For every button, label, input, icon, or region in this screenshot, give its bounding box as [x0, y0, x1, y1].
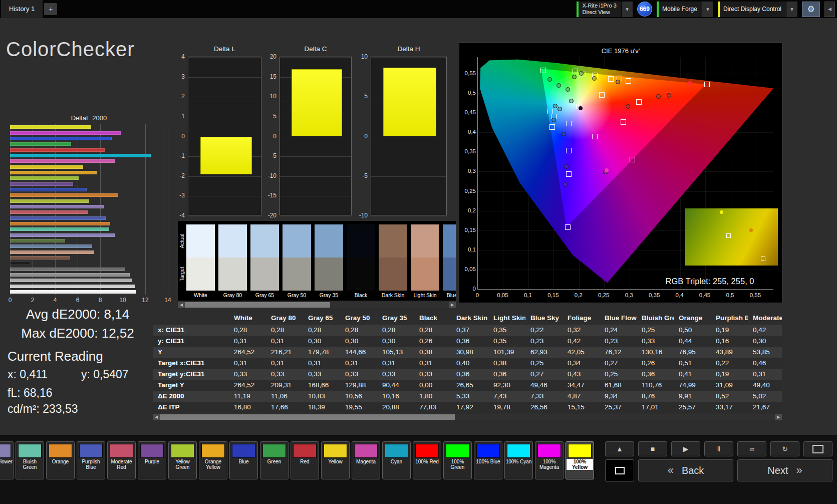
target-swatch [186, 258, 215, 291]
table-cell: 0,30 [340, 336, 377, 347]
cie-reading-dot [605, 168, 609, 172]
table-cell: 0,27 [525, 369, 563, 380]
table-cell: 9,34 [600, 391, 637, 402]
source-selector[interactable]: Mobile Forge ▾ [657, 2, 713, 17]
patch-button-purplish-blue[interactable]: Purplish Blue [77, 441, 105, 479]
cie-y-tick-label: 0,3 [460, 168, 476, 174]
patch-button-moderate-red[interactable]: Moderate Red [107, 441, 136, 479]
patch-button-purple[interactable]: Purple [138, 441, 166, 479]
deltae-bar-fill [10, 188, 87, 191]
cie-y-tick-label: 0 [460, 286, 476, 292]
loop-button[interactable]: ↻ [770, 441, 799, 456]
deltae-bar-fill [10, 256, 70, 260]
display-dropdown-chevron-icon[interactable]: ▾ [786, 2, 797, 17]
patch-color-swatch [568, 444, 592, 458]
deltae-bar [10, 233, 115, 237]
table-cell: 0,24 [600, 325, 637, 336]
cie-target-marker [540, 68, 546, 73]
play-button[interactable]: ▶ [671, 441, 700, 456]
continuous-read-button[interactable]: ∞ [737, 441, 766, 456]
patch-button-yellow-green[interactable]: Yellow Green [168, 441, 197, 479]
table-scroll-thumb[interactable] [160, 414, 455, 420]
deltae-bar [10, 205, 104, 208]
cie-target-marker [608, 76, 614, 82]
patch-button-magenta[interactable]: Magenta [352, 441, 380, 479]
display-selector[interactable]: Direct Display Control ▾ [718, 2, 797, 17]
deltae-bar [10, 176, 79, 180]
patch-color-swatch [0, 444, 11, 458]
settings-button[interactable]: ⚙ [802, 2, 820, 17]
deltae-bar [10, 148, 105, 152]
patch-button-red[interactable]: Red [291, 441, 319, 479]
patch-color-swatch [507, 444, 530, 458]
rgb-triplet-readout: RGB Triplet: 255, 255, 0 [640, 277, 780, 286]
current-cdm2: cd/m²: 233,53 [8, 402, 78, 416]
patch-button-100-cyan[interactable]: 100% Cyan [504, 441, 533, 479]
deltae-x-tick-label: 6 [76, 297, 80, 304]
swatch-scroll-thumb[interactable] [185, 302, 330, 308]
table-cell: 0,33 [414, 369, 451, 380]
patch-button-cyan[interactable]: Cyan [382, 441, 411, 479]
delta_h-tick-label: 0 [351, 133, 368, 140]
patch-button-green[interactable]: Green [260, 441, 289, 479]
current-fl: fL: 68,16 [8, 386, 53, 400]
table-cell: 10,56 [340, 391, 377, 402]
patch-button-label: Yellow [322, 459, 349, 464]
pattern-window-button[interactable] [803, 441, 832, 456]
deltae-bar-fill [10, 233, 115, 237]
patch-button-100-green[interactable]: 100% Green [443, 441, 472, 479]
cie-target-marker [621, 119, 626, 125]
inset-reading-dot [720, 210, 723, 214]
source-dropdown-chevron-icon[interactable]: ▾ [702, 2, 713, 17]
next-button[interactable]: Next » [737, 459, 832, 481]
delta_l-tick-label: -3 [168, 192, 185, 199]
patch-button-100-magenta[interactable]: 100% Magenta [535, 441, 564, 479]
swatch-scroll-track[interactable] [185, 302, 449, 308]
table-cell: 0,22 [525, 325, 563, 336]
delta_c-tick-label: -20 [259, 212, 276, 219]
table-cell: 130,16 [637, 347, 674, 358]
deltae-bar-fill [10, 171, 97, 174]
black-pattern-button[interactable] [605, 459, 634, 481]
patch-button-bluish-green[interactable]: Bluish Green [16, 441, 44, 479]
table-scroll-track[interactable] [160, 414, 775, 420]
scroll-left-icon[interactable]: ◀ [178, 302, 185, 308]
deltae-bar [10, 279, 132, 282]
patch-button-orange-yellow[interactable]: Orange Yellow [199, 441, 227, 479]
meter-selector[interactable]: X-Rite i1Pro 3 Direct View ▾ [577, 2, 632, 17]
patch-button-yellow[interactable]: Yellow [321, 441, 350, 479]
history-tab[interactable]: History 1 [1, 0, 43, 18]
deltae-bar-fill [10, 125, 91, 129]
back-chevrons-icon: « [668, 464, 674, 477]
add-tab-button[interactable]: + [44, 3, 57, 15]
scroll-right-icon[interactable]: ▶ [775, 414, 782, 420]
deltae-bar-fill [10, 199, 89, 203]
delta_c-gridline [280, 57, 351, 58]
scroll-right-icon[interactable]: ▶ [449, 302, 456, 308]
patch-button-100-blue[interactable]: 100% Blue [474, 441, 502, 479]
table-cell: 0,32 [563, 325, 600, 336]
stop-button[interactable]: ■ [638, 441, 667, 456]
delta_l-tick-label: -4 [168, 212, 185, 219]
back-button[interactable]: « Back [638, 459, 733, 481]
collapse-strip-button[interactable]: ▲ [605, 441, 634, 456]
patch-button-label: Green [261, 459, 288, 464]
pause-button[interactable]: Ⅱ [704, 441, 733, 456]
patch-button-100-red[interactable]: 100% Red [413, 441, 441, 479]
meter-dropdown-chevron-icon[interactable]: ▾ [621, 2, 633, 17]
table-row: ΔE 200011,1911,0610,8310,5610,161,805,33… [153, 391, 782, 402]
patch-button-blue[interactable]: Blue [229, 441, 258, 479]
patch-button-orange[interactable]: Orange [46, 441, 75, 479]
collapse-panel-button[interactable]: ◀ [824, 2, 835, 17]
table-header-cell [153, 312, 229, 325]
cie-target-marker [566, 121, 572, 126]
delta_l-gridline [188, 216, 261, 216]
patch-button-100-yellow[interactable]: 100% Yellow [566, 441, 594, 479]
scroll-left-icon[interactable]: ◀ [153, 414, 160, 420]
patch-color-swatch [415, 444, 439, 458]
cie-reading-dot [688, 81, 692, 85]
patch-button-blue-flower[interactable]: Blue Flower [0, 441, 14, 479]
table-scrollbar[interactable]: ◀ ▶ [153, 414, 782, 420]
swatch-strip-scrollbar[interactable]: ◀ ▶ [178, 302, 456, 308]
cie-x-tick-label: 0 [469, 292, 486, 298]
